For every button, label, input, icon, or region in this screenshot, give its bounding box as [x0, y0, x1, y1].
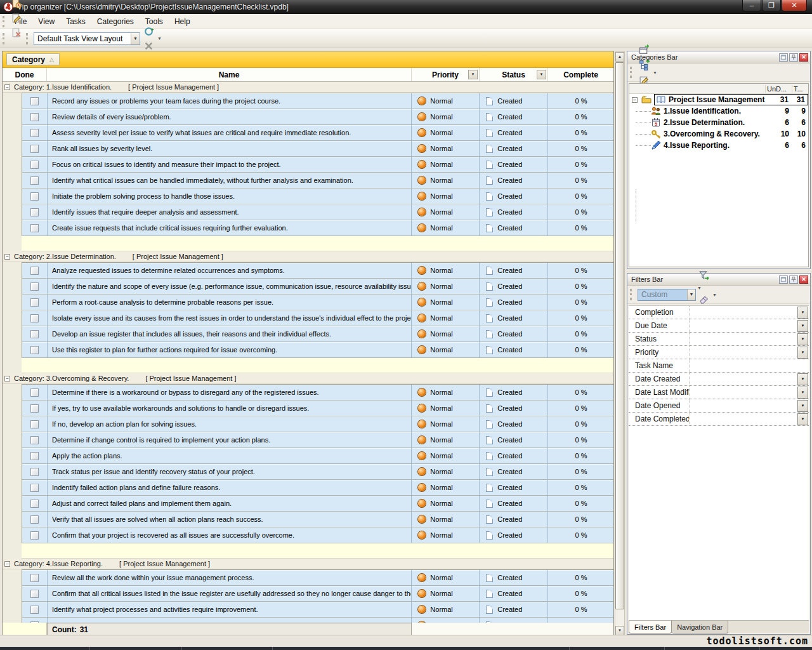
panel-close-icon[interactable]: ✕ — [799, 53, 808, 62]
toolbar-grip[interactable] — [3, 33, 6, 44]
table-row[interactable]: If no, develop an action plan for solvin… — [22, 416, 613, 432]
status-filter-dropdown-icon[interactable]: ▼ — [537, 70, 546, 79]
table-row[interactable]: Determine if change control is required … — [22, 432, 613, 448]
task-checkbox[interactable] — [30, 314, 39, 322]
task-checkbox[interactable] — [30, 515, 39, 524]
apply-layout-icon[interactable] — [141, 24, 156, 39]
column-header-done[interactable]: Done — [3, 68, 47, 81]
collapse-icon[interactable]: − — [632, 97, 638, 103]
scrollbar-thumb[interactable] — [615, 62, 624, 609]
task-checkbox[interactable] — [30, 484, 39, 492]
task-checkbox[interactable] — [30, 267, 39, 275]
table-row[interactable]: Focus on critical issues to identify and… — [22, 157, 613, 173]
close-button[interactable]: ✕ — [782, 0, 807, 11]
column-header-undone[interactable]: UnD... — [765, 85, 792, 93]
filter-dropdown-icon[interactable]: ▼ — [797, 400, 808, 412]
task-checkbox[interactable] — [30, 436, 39, 444]
table-row[interactable]: Identify what critical issues can be han… — [22, 173, 613, 189]
task-checkbox[interactable] — [30, 420, 39, 428]
task-checkbox[interactable] — [30, 330, 39, 338]
filter-more-icon[interactable]: ▼ — [696, 286, 703, 290]
tree-item[interactable]: 1.Issue Identification.99 — [629, 105, 808, 117]
filters-toolbar-grip[interactable] — [630, 289, 633, 300]
task-checkbox[interactable] — [30, 452, 39, 460]
column-header-name[interactable]: Name — [47, 68, 412, 81]
table-row[interactable]: Create issue requests that include criti… — [22, 220, 613, 236]
table-row[interactable]: Identify what project processes and acti… — [22, 602, 613, 618]
layout-toolbar-grip[interactable] — [26, 33, 29, 44]
task-checkbox[interactable] — [30, 531, 39, 540]
menu-item-categories[interactable]: Categories — [91, 15, 140, 28]
scroll-up-icon[interactable]: ▲ — [615, 52, 624, 62]
column-header-total[interactable]: T... — [792, 85, 808, 93]
apply-filter-icon[interactable] — [696, 267, 711, 282]
taskbar-edge[interactable] — [0, 647, 812, 650]
panel-minimize-icon[interactable] — [779, 275, 788, 284]
task-checkbox[interactable] — [30, 298, 39, 307]
menu-item-tasks[interactable]: Tasks — [60, 15, 91, 28]
categories-toolbar-grip[interactable] — [630, 67, 633, 78]
table-row[interactable]: Track status per issue and identify reco… — [22, 464, 613, 480]
filter-dropdown-icon[interactable]: ▼ — [797, 333, 808, 345]
filter-value-field[interactable] — [690, 373, 797, 385]
new-category-icon[interactable] — [636, 42, 652, 57]
table-row[interactable]: Identify the nature and scope of every i… — [22, 279, 613, 295]
table-row[interactable]: Isolate every issue and its causes from … — [22, 310, 613, 326]
column-header-complete[interactable]: Complete — [548, 68, 613, 81]
table-row[interactable]: Review details of every issue/problem.No… — [22, 109, 613, 125]
task-checkbox[interactable] — [30, 145, 39, 153]
task-checkbox[interactable] — [30, 192, 39, 201]
table-row[interactable]: Review all the work done within your iss… — [22, 570, 613, 586]
collapse-icon[interactable]: − — [4, 84, 10, 90]
eraser-icon[interactable] — [696, 291, 711, 307]
table-row[interactable]: Record any issues or problems your team … — [22, 93, 613, 109]
task-checkbox[interactable] — [30, 176, 39, 185]
combo-dropdown-icon[interactable]: ▼ — [131, 33, 140, 44]
restore-button[interactable]: ❐ — [762, 0, 781, 11]
menubar-grip[interactable] — [3, 16, 6, 27]
table-row[interactable]: Initiate the problem solving process to … — [22, 189, 613, 204]
task-checkbox[interactable] — [30, 388, 39, 397]
task-checkbox[interactable] — [30, 590, 39, 598]
filter-dropdown-icon[interactable]: ▼ — [797, 373, 808, 385]
filter-value-field[interactable] — [690, 413, 797, 425]
table-row[interactable]: Develop an issue register that includes … — [22, 326, 613, 342]
category-group-row[interactable]: −Category: 3.Overcoming & Recovery.[ Pro… — [3, 373, 613, 384]
filter-value-field[interactable] — [690, 399, 797, 412]
panel-close-icon[interactable]: ✕ — [799, 275, 808, 284]
task-checkbox[interactable] — [30, 404, 39, 413]
task-checkbox[interactable] — [30, 468, 39, 476]
tree-item[interactable]: 3.Overcoming & Recovery.1010 — [629, 128, 808, 140]
tree-item[interactable]: 4.Issue Reporting.66 — [629, 140, 808, 151]
tree-item[interactable]: 52.Issue Determination.66 — [629, 117, 808, 128]
category-group-row[interactable]: −Category: 4.Issue Reporting.[ Project I… — [3, 559, 613, 569]
table-row[interactable]: Identify issues that require deeper anal… — [22, 204, 613, 220]
task-checkbox[interactable] — [30, 113, 39, 121]
task-view-layout-combo[interactable]: Default Task View Layout ▼ — [34, 32, 140, 45]
table-row[interactable]: Perform a root-cause analysis to determi… — [22, 295, 613, 310]
collapse-icon[interactable]: − — [4, 254, 10, 260]
filter-preset-combo[interactable]: Custom ▼ — [638, 289, 696, 301]
scroll-down-icon[interactable]: ▼ — [615, 626, 624, 635]
filter-dropdown-icon[interactable]: ▼ — [797, 387, 808, 399]
filter-dropdown-icon[interactable]: ▼ — [797, 320, 808, 332]
tab-filters-bar[interactable]: Filters Bar — [629, 621, 672, 633]
table-row[interactable]: Use this register to plan for further ac… — [22, 342, 613, 358]
filter-value-field[interactable] — [690, 319, 797, 332]
task-checkbox[interactable] — [30, 282, 39, 291]
vertical-scrollbar[interactable]: ▲ ▼ — [615, 51, 625, 636]
collapse-icon[interactable]: − — [4, 561, 10, 567]
group-by-category-chip[interactable]: Category △ — [6, 53, 60, 65]
edit-task-icon[interactable] — [9, 11, 23, 25]
task-checkbox[interactable] — [30, 606, 39, 614]
panel-pin-icon[interactable] — [789, 53, 798, 62]
task-checkbox[interactable] — [30, 97, 39, 105]
table-row[interactable]: Determine if there is a workaround or by… — [22, 385, 613, 401]
filter-value-field[interactable] — [690, 306, 797, 319]
category-group-row[interactable]: −Category: 2.Issue Determination.[ Proje… — [3, 251, 613, 262]
table-row[interactable]: Analyze requested issues to determine re… — [22, 263, 613, 279]
filter-dropdown-icon[interactable]: ▼ — [797, 307, 808, 319]
selected-category[interactable]: Project Issue Management3131 — [654, 94, 808, 105]
filter-value-field[interactable] — [690, 386, 797, 399]
filter-value-field[interactable] — [690, 359, 809, 372]
